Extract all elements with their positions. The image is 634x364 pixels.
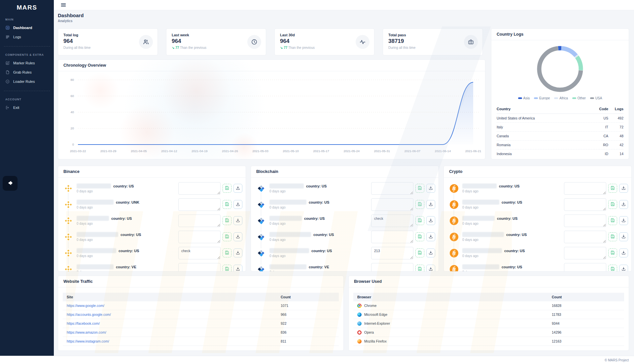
wallet-note-input[interactable] xyxy=(564,247,606,259)
country-table-row: IndonesiaID14 xyxy=(497,149,623,158)
wallet-note-input[interactable] xyxy=(178,263,221,272)
binance-logo xyxy=(64,216,73,225)
wallet-note-input[interactable] xyxy=(178,198,221,211)
site-link[interactable]: https://www.instagram.com/ xyxy=(67,339,109,343)
download-button[interactable] xyxy=(619,184,628,193)
wallet-age: 0 days ago xyxy=(462,254,564,258)
download-icon xyxy=(428,185,433,191)
wallet-note-input[interactable] xyxy=(178,231,221,243)
browser-count: 11783 xyxy=(552,313,620,316)
redacted-name xyxy=(462,232,504,237)
download-button[interactable] xyxy=(619,265,628,272)
save-button[interactable] xyxy=(415,184,424,193)
menu-toggle-button[interactable] xyxy=(60,2,67,9)
wallet-note-input[interactable]: 213 xyxy=(371,247,413,259)
wallet-note-input[interactable] xyxy=(564,263,606,272)
save-button[interactable] xyxy=(223,265,231,272)
bitcoin-logo: B xyxy=(450,265,458,272)
wallet-note-input[interactable] xyxy=(564,231,606,243)
download-button[interactable] xyxy=(426,200,435,209)
browser-used-title: Browser Used xyxy=(349,276,629,287)
wallet-note-input[interactable]: check xyxy=(371,215,413,227)
download-button[interactable] xyxy=(619,248,628,257)
sidebar-item-grab-rules[interactable]: Grab Rules xyxy=(0,68,54,77)
download-button[interactable] xyxy=(426,248,435,257)
download-button[interactable] xyxy=(233,232,242,241)
save-button[interactable] xyxy=(608,232,617,241)
save-button[interactable] xyxy=(223,232,231,241)
save-button[interactable] xyxy=(415,216,424,225)
wallet-note-input[interactable] xyxy=(178,215,221,227)
site-count: 1071 xyxy=(281,304,335,308)
save-button[interactable] xyxy=(223,216,231,225)
sidebar-item-dashboard[interactable]: Dashboard xyxy=(0,23,54,32)
sidebar-item-label: Dashboard xyxy=(13,26,32,30)
wallet-note-input[interactable] xyxy=(371,182,413,195)
download-button[interactable] xyxy=(426,216,435,225)
save-button[interactable] xyxy=(608,265,617,272)
wallet-country-label: country: US xyxy=(313,233,334,237)
save-button[interactable] xyxy=(608,184,617,193)
wallet-note-input[interactable] xyxy=(564,182,606,195)
download-button[interactable] xyxy=(233,200,242,209)
save-button[interactable] xyxy=(223,248,231,257)
save-button[interactable] xyxy=(223,200,231,209)
download-button[interactable] xyxy=(619,216,628,225)
save-button[interactable] xyxy=(415,265,424,272)
wallet-note-input[interactable] xyxy=(371,231,413,243)
bitcoin-logo: B xyxy=(450,184,458,193)
wallet-panel-crypto: CryptoBcountry: US0 days agoBcountry: US… xyxy=(443,166,632,272)
site-count: 811 xyxy=(281,339,335,343)
bitcoin-logo: B xyxy=(450,249,458,257)
download-button[interactable] xyxy=(619,232,628,241)
wallet-note-input[interactable] xyxy=(371,263,413,272)
wallet-note-input[interactable] xyxy=(564,198,606,211)
browser-name: Mozilla Firefox xyxy=(364,339,387,343)
download-button[interactable] xyxy=(426,232,435,241)
site-link[interactable]: https://accounts.google.com/ xyxy=(67,313,111,316)
site-link[interactable]: https://facebook.com/ xyxy=(67,321,100,325)
save-icon xyxy=(417,202,422,208)
wallet-note-input[interactable] xyxy=(178,182,221,195)
save-button[interactable] xyxy=(415,232,424,241)
wallet-note-input[interactable] xyxy=(371,198,413,211)
save-button[interactable] xyxy=(608,216,617,225)
sidebar-item-loader-rules[interactable]: Loader Rules xyxy=(0,77,54,86)
save-button[interactable] xyxy=(415,200,424,209)
save-button[interactable] xyxy=(608,200,617,209)
sidebar-item-marker-rules[interactable]: Marker Rules xyxy=(0,58,54,68)
website-traffic-title: Website Traffic xyxy=(58,276,343,287)
download-button[interactable] xyxy=(426,265,435,272)
logout-icon xyxy=(5,105,10,110)
traffic-table-row: https://www.google.com/1071 xyxy=(63,301,339,310)
save-button[interactable] xyxy=(223,184,231,193)
svg-text:2021-04-05: 2021-04-05 xyxy=(131,149,147,153)
download-button[interactable] xyxy=(619,200,628,209)
wallet-note-input[interactable] xyxy=(564,215,606,227)
sidebar-item-exit[interactable]: Exit xyxy=(0,103,54,112)
wallet-row: Bcountry: US0 days ago xyxy=(444,229,631,245)
ie-icon xyxy=(357,321,362,326)
download-button[interactable] xyxy=(233,184,242,193)
wallet-country-label: country: VE xyxy=(116,265,136,269)
hamburger-icon xyxy=(60,4,66,9)
country-donut-chart xyxy=(535,44,585,94)
save-button[interactable] xyxy=(608,248,617,257)
download-button[interactable] xyxy=(233,265,242,272)
back-button[interactable] xyxy=(3,176,18,191)
download-button[interactable] xyxy=(233,216,242,225)
stat-label: Last 30d xyxy=(280,33,369,37)
sidebar-item-logs[interactable]: Logs xyxy=(0,32,54,42)
wallet-row: country: US0 days ago xyxy=(251,196,439,213)
svg-text:2021-05-31: 2021-05-31 xyxy=(374,149,390,153)
save-button[interactable] xyxy=(415,248,424,257)
site-link[interactable]: https://www.google.com/ xyxy=(67,304,104,308)
redacted-name xyxy=(269,232,311,237)
download-button[interactable] xyxy=(233,248,242,257)
download-button[interactable] xyxy=(426,184,435,193)
sidebar-section-label: MAIN xyxy=(0,11,54,23)
save-icon xyxy=(610,185,615,191)
wallet-note-input[interactable]: check xyxy=(178,247,221,259)
wallet-row: country: US0 days ago xyxy=(251,229,439,245)
site-link[interactable]: https://www.amazon.com/ xyxy=(67,330,106,334)
